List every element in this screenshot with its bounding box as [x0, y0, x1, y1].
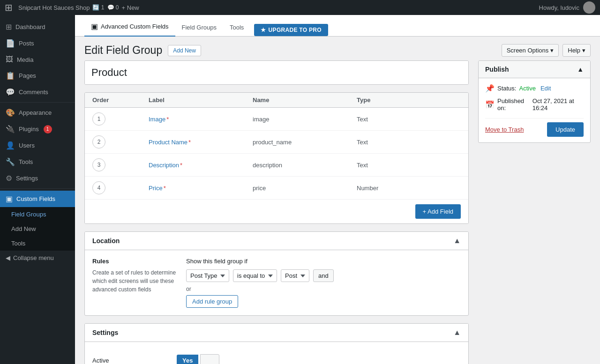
collapse-menu-button[interactable]: ◀ Collapse menu — [0, 251, 75, 265]
sidebar-item-media[interactable]: 🖼 Media — [0, 52, 75, 67]
sidebar-item-tools[interactable]: 🔧 Tools — [0, 154, 75, 170]
field-type-cell-4: Number — [357, 185, 461, 192]
table-row: 3 Description* description Text — [85, 154, 468, 177]
pin-icon: 📌 — [485, 84, 495, 93]
comments-icon: 💬 — [6, 88, 15, 97]
content-main: Product Order Label Name Type 1 — [84, 60, 469, 364]
order-cell-3: 3 — [92, 158, 149, 171]
new-item[interactable]: + New — [122, 4, 139, 11]
order-cell-1: 1 — [92, 112, 149, 126]
show-if-label: Show this field group if — [186, 258, 461, 265]
sidebar-item-settings[interactable]: ⚙ Settings — [0, 170, 75, 186]
plugin-tabs: ▣ Advanced Custom Fields Field Groups To… — [75, 15, 600, 37]
admin-bar: ⊞ Snipcart Hot Sauces Shop 🔄 1 💬 0 + New… — [0, 0, 600, 15]
location-chevron-icon: ▲ — [453, 237, 461, 245]
label-cell-2: Product Name* — [149, 139, 253, 146]
wp-logo-icon[interactable]: ⊞ — [5, 2, 13, 13]
tab-tools[interactable]: Tools — [223, 19, 250, 37]
calendar-icon: 📅 — [485, 100, 495, 109]
move-to-trash-link[interactable]: Move to Trash — [485, 126, 524, 133]
comment-icon[interactable]: 💬 0 — [107, 4, 119, 11]
table-row: 4 Price* price Number — [85, 177, 468, 200]
sidebar-item-custom-fields[interactable]: ▣ Custom Fields — [0, 191, 75, 207]
table-row: 2 Product Name* product_name Text — [85, 131, 468, 154]
location-layout: Rules Create a set of rules to determine… — [92, 258, 461, 308]
field-name-cell-1: image — [253, 116, 357, 123]
avatar — [583, 1, 595, 14]
or-label: or — [186, 286, 461, 292]
sidebar-item-pages[interactable]: 📋 Pages — [0, 67, 75, 84]
field-type-cell-2: Text — [357, 139, 461, 146]
field-label-product-name[interactable]: Product Name* — [149, 139, 191, 146]
rule-operator-select[interactable]: is equal to — [233, 269, 277, 282]
user-menu[interactable]: Howdy, ludovic — [539, 1, 595, 14]
settings-panel: Settings ▲ Active Yes Style — [84, 323, 469, 364]
active-toggle: Yes — [177, 354, 219, 364]
sidebar-item-field-groups[interactable]: Field Groups — [0, 207, 75, 222]
table-row: 1 Image* image Text — [85, 108, 468, 131]
label-cell-3: Description* — [149, 162, 253, 169]
acf-tab-icon: ▣ — [91, 22, 98, 31]
field-group-name-container: Product — [84, 60, 469, 85]
order-cell-2: 2 — [92, 135, 149, 149]
rule-row-1: Post Type is equal to Post and — [186, 269, 461, 282]
order-circle-4: 4 — [92, 181, 105, 194]
sidebar-divider-1 — [0, 102, 75, 103]
publish-body: 📌 Status: Active Edit 📅 Published on: Oc… — [479, 78, 590, 142]
main-content: ▣ Advanced Custom Fields Field Groups To… — [75, 15, 600, 364]
sidebar-item-add-new[interactable]: Add New — [0, 222, 75, 236]
field-label-image[interactable]: Image* — [149, 116, 169, 123]
publish-status: 📌 Status: Active Edit — [485, 84, 584, 93]
rule-condition-select[interactable]: Post Type — [186, 269, 229, 282]
pages-icon: 📋 — [6, 71, 15, 80]
add-new-button[interactable]: Add New — [168, 45, 201, 56]
toggle-yes-button[interactable]: Yes — [177, 355, 198, 364]
rule-value-select[interactable]: Post — [281, 269, 309, 282]
settings-panel-header[interactable]: Settings ▲ — [85, 324, 468, 342]
field-label-description[interactable]: Description* — [149, 162, 182, 169]
add-rule-group-button[interactable]: Add rule group — [186, 295, 238, 308]
sidebar-item-posts[interactable]: 📄 Posts — [0, 35, 75, 52]
custom-fields-icon: ▣ — [6, 194, 13, 203]
status-active-badge: Active — [519, 85, 535, 92]
upgrade-to-pro-button[interactable]: ★ UPGRADE TO PRO — [254, 24, 328, 36]
custom-fields-submenu: Field Groups Add New Tools — [0, 207, 75, 251]
order-circle-3: 3 — [92, 158, 105, 171]
media-icon: 🖼 — [6, 55, 13, 64]
sidebar-item-users[interactable]: 👤 Users — [0, 137, 75, 154]
sidebar-item-dashboard[interactable]: ⊞ Dashboard — [0, 19, 75, 35]
publish-header[interactable]: Publish ▲ — [479, 61, 590, 78]
tab-acf[interactable]: ▣ Advanced Custom Fields — [84, 17, 175, 37]
site-name[interactable]: Snipcart Hot Sauces Shop 🔄 1 💬 0 + New — [18, 4, 139, 11]
fields-table-header: Order Label Name Type — [85, 93, 468, 108]
order-circle-1: 1 — [92, 112, 105, 126]
toggle-no-button[interactable] — [200, 354, 219, 364]
field-label-price[interactable]: Price* — [149, 185, 166, 192]
add-field-button[interactable]: + Add Field — [415, 204, 461, 219]
sidebar-item-appearance[interactable]: 🎨 Appearance — [0, 104, 75, 121]
fields-table: Order Label Name Type 1 — [84, 92, 469, 224]
update-button[interactable]: Update — [547, 122, 584, 137]
field-type-cell-3: Text — [357, 162, 461, 169]
sidebar: ⊞ Dashboard 📄 Posts 🖼 Media 📋 Pages 💬 Co… — [0, 15, 75, 364]
collapse-icon: ◀ — [6, 254, 10, 261]
field-type-cell-1: Text — [357, 116, 461, 123]
update-icon[interactable]: 🔄 1 — [92, 4, 104, 11]
plugins-badge: 1 — [44, 125, 52, 134]
help-button[interactable]: Help ▾ — [562, 44, 591, 57]
field-group-name-input[interactable]: Product — [85, 61, 468, 84]
sidebar-item-plugins[interactable]: 🔌 Plugins 1 — [0, 121, 75, 137]
screen-options-button[interactable]: Screen Options ▾ — [502, 44, 559, 57]
posts-icon: 📄 — [6, 39, 15, 48]
publish-chevron-icon: ▲ — [577, 66, 584, 73]
tab-field-groups[interactable]: Field Groups — [175, 19, 223, 37]
sidebar-item-comments[interactable]: 💬 Comments — [0, 84, 75, 100]
content-header: Edit Field Group Add New Screen Options … — [75, 37, 600, 60]
and-button[interactable]: and — [313, 269, 334, 282]
settings-chevron-icon: ▲ — [453, 328, 461, 337]
label-cell-1: Image* — [149, 116, 253, 123]
sidebar-item-tools-sub[interactable]: Tools — [0, 236, 75, 251]
edit-status-link[interactable]: Edit — [540, 85, 551, 92]
help-chevron-icon: ▾ — [582, 47, 585, 54]
location-panel-header[interactable]: Location ▲ — [85, 232, 468, 250]
